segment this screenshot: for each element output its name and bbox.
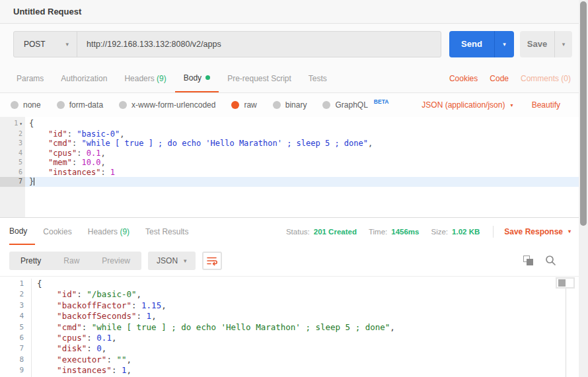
chevron-down-icon: ▾ bbox=[184, 257, 187, 264]
url-input[interactable] bbox=[77, 32, 441, 57]
tab-headers[interactable]: Headers (9) bbox=[116, 64, 174, 92]
content-type-select[interactable]: JSON (application/json) ▾ bbox=[422, 100, 513, 110]
line-number: 9 bbox=[0, 365, 32, 376]
response-body-viewer[interactable]: 1{2 "id": "/basic-0",3 "backoffFactor": … bbox=[0, 276, 588, 377]
send-button[interactable]: Send bbox=[449, 31, 494, 57]
request-title: Untitled Request bbox=[13, 7, 81, 17]
content-type-value: JSON (application/json) bbox=[422, 100, 505, 110]
line-number: 1 bbox=[0, 279, 32, 289]
response-scroll-thumb[interactable] bbox=[558, 279, 566, 287]
line-number: 8 bbox=[0, 355, 32, 365]
code-text: { bbox=[25, 119, 588, 129]
response-toolbar-right bbox=[523, 255, 579, 266]
radio-selected-icon bbox=[231, 101, 239, 109]
cookies-link[interactable]: Cookies bbox=[449, 74, 478, 83]
graphql-beta-badge: BETA bbox=[374, 98, 389, 105]
send-button-group: Send ▾ bbox=[449, 31, 514, 57]
radio-icon bbox=[11, 101, 18, 109]
time-label: Time: bbox=[369, 228, 387, 236]
tab-params[interactable]: Params bbox=[8, 64, 52, 92]
response-tab-body[interactable]: Body bbox=[9, 218, 35, 245]
search-icon[interactable] bbox=[545, 255, 556, 266]
body-type-none-label: none bbox=[23, 100, 41, 110]
body-type-urlencoded[interactable]: x-www-form-urlencoded bbox=[119, 100, 215, 110]
fold-arrow-icon[interactable]: ▾ bbox=[19, 121, 22, 127]
line-number: 2 bbox=[0, 129, 25, 139]
word-wrap-button[interactable] bbox=[202, 252, 222, 270]
code-link[interactable]: Code bbox=[490, 74, 509, 83]
line-number: 5 bbox=[0, 158, 25, 168]
status-label: Status: bbox=[286, 228, 310, 236]
radio-icon bbox=[119, 101, 127, 109]
send-options-button[interactable]: ▾ bbox=[494, 31, 514, 57]
headers-count-badge: (9) bbox=[157, 74, 166, 83]
code-text: "cmd": "while [ true ] ; do echo 'Hello … bbox=[32, 322, 588, 333]
response-tab-test-results[interactable]: Test Results bbox=[137, 218, 196, 245]
code-text: "cpus": 0.1, bbox=[25, 149, 588, 158]
tab-body-label: Body bbox=[184, 73, 202, 83]
code-line: 7} bbox=[0, 177, 588, 187]
code-line: 4 "backoffSeconds": 1, bbox=[0, 311, 588, 322]
code-text: "instances": 1 bbox=[25, 168, 588, 178]
code-text: "mem": 10.0, bbox=[25, 158, 588, 168]
body-type-binary[interactable]: binary bbox=[273, 100, 307, 110]
view-preview-button[interactable]: Preview bbox=[91, 252, 141, 270]
response-view-switcher: Pretty Raw Preview bbox=[9, 252, 141, 270]
response-format-select[interactable]: JSON ▾ bbox=[148, 252, 196, 270]
code-line: 6 "instances": 1 bbox=[0, 168, 588, 178]
code-line: 8 "executor": "", bbox=[0, 355, 588, 365]
save-options-button[interactable]: ▾ bbox=[554, 31, 572, 57]
save-button[interactable]: Save bbox=[520, 31, 554, 57]
response-tab-cookies[interactable]: Cookies bbox=[35, 218, 79, 245]
code-text: "cmd": "while [ true ] ; do echo 'Hello … bbox=[25, 139, 588, 149]
view-pretty-button[interactable]: Pretty bbox=[9, 252, 52, 270]
word-wrap-icon bbox=[206, 256, 218, 266]
body-type-binary-label: binary bbox=[285, 100, 307, 110]
chevron-down-icon: ▾ bbox=[562, 41, 566, 48]
code-line: 7 "disk": 0, bbox=[0, 343, 588, 354]
code-text: { bbox=[32, 279, 588, 289]
body-type-form-data[interactable]: form-data bbox=[57, 100, 103, 110]
code-line: 1{ bbox=[0, 279, 588, 289]
tab-params-label: Params bbox=[17, 74, 44, 83]
radio-icon bbox=[57, 101, 65, 109]
code-line: 1▾{ bbox=[0, 119, 588, 129]
tab-authorization-label: Authorization bbox=[61, 74, 107, 83]
body-type-graphql[interactable]: GraphQL BETA bbox=[322, 100, 388, 110]
chevron-down-icon: ▾ bbox=[510, 102, 513, 108]
body-type-raw[interactable]: raw bbox=[231, 100, 256, 110]
tab-tests[interactable]: Tests bbox=[300, 64, 336, 92]
divider bbox=[493, 226, 494, 238]
code-text: } bbox=[25, 177, 588, 187]
chevron-down-icon: ▾ bbox=[65, 41, 69, 48]
comments-link[interactable]: Comments (0) bbox=[521, 74, 571, 83]
window-scrollbar bbox=[579, 0, 588, 377]
code-line: 4 "cpus": 0.1, bbox=[0, 149, 588, 158]
response-tab-test-results-label: Test Results bbox=[145, 227, 188, 236]
view-raw-button[interactable]: Raw bbox=[52, 252, 91, 270]
tab-pre-request-script[interactable]: Pre-request Script bbox=[219, 64, 300, 92]
window-scroll-thumb[interactable] bbox=[580, 1, 587, 226]
code-line: 2 "id": "/basic-0", bbox=[0, 289, 588, 300]
postman-window: Untitled Request POST ▾ Send ▾ Save ▾ Pa… bbox=[0, 0, 588, 377]
request-tabs: Params Authorization Headers (9) Body Pr… bbox=[0, 64, 588, 93]
copy-icon[interactable] bbox=[523, 256, 534, 266]
tab-body[interactable]: Body bbox=[175, 64, 219, 92]
response-tab-headers[interactable]: Headers (9) bbox=[80, 218, 137, 245]
save-response-button[interactable]: Save Response ▾ bbox=[504, 227, 571, 236]
method-url-group: POST ▾ bbox=[13, 31, 441, 57]
body-type-bar: none form-data x-www-form-urlencoded raw… bbox=[0, 93, 588, 117]
code-text: "instances": 1, bbox=[32, 365, 588, 376]
body-type-none[interactable]: none bbox=[11, 100, 41, 110]
method-select[interactable]: POST ▾ bbox=[14, 32, 77, 57]
response-headers-count-badge: (9) bbox=[120, 227, 129, 236]
code-text: "executor": "", bbox=[32, 355, 588, 365]
request-title-bar: Untitled Request bbox=[0, 0, 588, 24]
beautify-link[interactable]: Beautify bbox=[532, 100, 560, 110]
response-tab-headers-label: Headers bbox=[88, 227, 118, 236]
code-text: "disk": 0, bbox=[32, 343, 588, 354]
response-tab-cookies-label: Cookies bbox=[43, 227, 71, 236]
request-body-editor[interactable]: 1▾{2 "id": "basic-0",3 "cmd": "while [ t… bbox=[0, 117, 588, 218]
tab-authorization[interactable]: Authorization bbox=[52, 64, 116, 92]
size-label: Size: bbox=[431, 228, 449, 236]
